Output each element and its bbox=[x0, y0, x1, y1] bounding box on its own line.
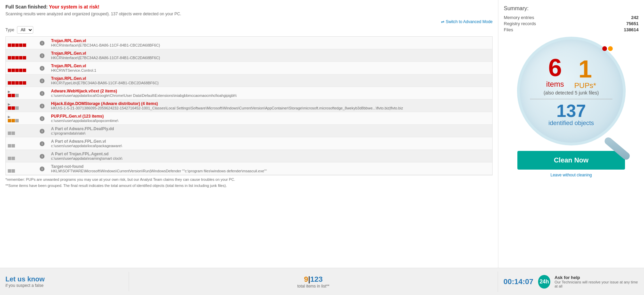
threat-name-label[interactable]: Trojan.RPL.Gen.vl bbox=[51, 51, 86, 56]
badge-red bbox=[19, 69, 22, 72]
info-icon[interactable]: i bbox=[40, 104, 44, 108]
threat-name-cell: Target-not-found HKLM\SOFTWARE\Microsoft… bbox=[49, 162, 492, 175]
info-cell: i bbox=[36, 100, 49, 112]
badge-red bbox=[8, 56, 11, 59]
filter-label: Type bbox=[5, 28, 14, 32]
info-icon[interactable]: i bbox=[40, 129, 44, 134]
expand-icon[interactable]: ▶ bbox=[8, 102, 11, 106]
badge-orange bbox=[12, 119, 15, 122]
badge-red bbox=[23, 81, 26, 85]
expand-icon[interactable]: ▶ bbox=[8, 90, 11, 93]
also-detected: (also detected 5 junk files) bbox=[544, 90, 599, 96]
badges-cell: ▶ bbox=[6, 100, 36, 112]
results-table: i Trojan.RPL.Gen.vl HKCR\Interface\{E7BC… bbox=[6, 37, 492, 175]
badge-orange bbox=[8, 119, 11, 122]
badges-cell bbox=[6, 162, 36, 175]
badge-red bbox=[19, 44, 22, 47]
registry-value: 75651 bbox=[626, 21, 639, 26]
badge-gray bbox=[12, 132, 15, 135]
clean-now-button[interactable]: Clean Now bbox=[517, 151, 625, 170]
advanced-mode-link[interactable]: ⇌ Switch to Advanced Mode bbox=[5, 19, 493, 24]
threat-path: c:\users\user\appdata\local\Google\Chrom… bbox=[51, 93, 490, 98]
help-sub: Our Technicians will resolve your issue … bbox=[554, 280, 639, 288]
info-icon[interactable]: i bbox=[40, 41, 44, 46]
toggle-dot-red bbox=[602, 46, 607, 51]
table-row: i Trojan.RPL.Gen.vl HKCR\TypeLib\{E7BC34… bbox=[6, 74, 492, 87]
badge-red bbox=[12, 94, 15, 97]
threat-path: HKU\S-1-5-21-3071386095-2059624232-15427… bbox=[51, 106, 490, 110]
badges-cell bbox=[6, 74, 36, 87]
leave-anchor[interactable]: Leave without cleaning bbox=[550, 173, 592, 177]
threat-name-label[interactable]: A Part of Adware.FPL.DealPly.dd bbox=[51, 126, 114, 131]
info-icon[interactable]: i bbox=[40, 154, 44, 159]
info-icon[interactable]: i bbox=[40, 66, 44, 71]
threat-name-cell: Trojan.RPL.Gen.vl HKCR\Interface\{E7BC34… bbox=[49, 49, 492, 62]
timer-display: 00:14:07 bbox=[503, 277, 534, 286]
threat-name-label[interactable]: Hijack.Edge.DOMStorage (Adware distribut… bbox=[51, 101, 158, 106]
files-row: Files 138614 bbox=[504, 27, 639, 32]
scan-title: Full Scan finished: Your system is at ri… bbox=[5, 4, 493, 10]
info-icon[interactable]: i bbox=[40, 141, 44, 146]
info-icon[interactable]: i bbox=[40, 91, 44, 96]
threat-name-label[interactable]: A Part of Adware.FPL.Gen.vl bbox=[51, 139, 106, 144]
table-row: i Trojan.RPL.Gen.vl HKCR\Interface\{E7BC… bbox=[6, 37, 492, 49]
threat-name-label[interactable]: Trojan.RPL.Gen.vl bbox=[51, 64, 86, 68]
info-cell: i bbox=[36, 112, 49, 125]
badge-gray bbox=[12, 144, 15, 148]
threat-name-cell: Trojan.RPL.Gen.vl HKCR\NTService.Control… bbox=[49, 62, 492, 74]
badge-red bbox=[15, 69, 19, 72]
info-icon[interactable]: i bbox=[40, 53, 44, 58]
content-area: Full Scan finished: Your system is at ri… bbox=[0, 0, 644, 268]
type-filter-select[interactable]: All bbox=[17, 26, 33, 34]
items-count: 6 bbox=[548, 55, 562, 80]
badge-red bbox=[12, 81, 15, 85]
threat-name-cell: A Part of Adware.FPL.Gen.vl c:\users\use… bbox=[49, 137, 492, 150]
summary-title: Summary: bbox=[504, 5, 529, 12]
badge-red bbox=[15, 44, 19, 47]
counts-row: 6 items 1 PUPs* bbox=[546, 55, 596, 90]
threat-name-label[interactable]: Trojan.RPL.Gen.vl bbox=[51, 38, 86, 43]
badges-cell: ▶ bbox=[6, 87, 36, 100]
table-row: i Trojan.RPL.Gen.vl HKCR\NTService.Contr… bbox=[6, 62, 492, 74]
info-cell: i bbox=[36, 37, 49, 49]
badge-gray bbox=[8, 157, 11, 160]
threat-name-label[interactable]: Target-not-found bbox=[51, 164, 84, 169]
advanced-mode-anchor[interactable]: ⇌ Switch to Advanced Mode bbox=[441, 19, 493, 24]
threat-name-label[interactable]: Adware.WebHijack.vl!ext (2 items) bbox=[51, 89, 117, 93]
badge-red bbox=[8, 44, 11, 47]
badge-red bbox=[12, 56, 15, 59]
total-label: identified objects bbox=[548, 120, 594, 127]
divider-line bbox=[530, 99, 612, 99]
threat-path: c:\users\user\appdata\roaming\smart cloc… bbox=[51, 156, 490, 160]
threat-name-label[interactable]: A Part of Trojan.FPL.Agent.sd bbox=[51, 152, 109, 156]
threat-path: c:\users\user\appdata\local\packageaware… bbox=[51, 144, 490, 148]
results-scroll[interactable]: i Trojan.RPL.Gen.vl HKCR\Interface\{E7BC… bbox=[5, 36, 493, 175]
items-label: items bbox=[546, 80, 564, 89]
footnote-1: *remember: PUPs are unwanted programs yo… bbox=[5, 177, 493, 181]
info-icon[interactable]: i bbox=[40, 167, 44, 171]
expand-icon[interactable]: ▶ bbox=[8, 115, 11, 119]
badge-red bbox=[15, 81, 19, 85]
info-icon[interactable]: i bbox=[40, 116, 44, 121]
files-label: Files bbox=[504, 27, 513, 32]
bottom-bar: Let us know if you suspect a false 9|123… bbox=[0, 268, 644, 295]
table-row: i A Part of Adware.FPL.Gen.vl c:\users\u… bbox=[6, 137, 492, 150]
leave-link[interactable]: Leave without cleaning bbox=[550, 172, 592, 177]
table-row: i Target-not-found HKLM\SOFTWARE\Microso… bbox=[6, 162, 492, 175]
threat-name-cell: A Part of Adware.FPL.DealPly.dd c:\progr… bbox=[49, 125, 492, 137]
threat-name-label[interactable]: PUP.FPL.Gen.vl (123 items) bbox=[51, 114, 104, 119]
info-cell: i bbox=[36, 74, 49, 87]
right-panel: Summary: Memory entries 242 Registry rec… bbox=[498, 0, 644, 268]
badges-cell bbox=[6, 49, 36, 62]
threat-name-label[interactable]: Trojan.RPL.Gen.vl bbox=[51, 76, 86, 81]
badge-gray bbox=[8, 132, 11, 135]
info-icon[interactable]: i bbox=[40, 79, 44, 83]
badge-red bbox=[8, 69, 11, 72]
badge-red bbox=[12, 106, 15, 110]
badge-red bbox=[12, 44, 15, 47]
info-cell: i bbox=[36, 125, 49, 137]
bottom-center: 9|123 total items in list** bbox=[129, 272, 498, 292]
threat-path: HKCR\TypeLib\{E7BC34A0-BA86-11CF-84B1-CB… bbox=[51, 81, 490, 85]
info-cell: i bbox=[36, 137, 49, 150]
toggle-dot-orange bbox=[608, 46, 613, 51]
